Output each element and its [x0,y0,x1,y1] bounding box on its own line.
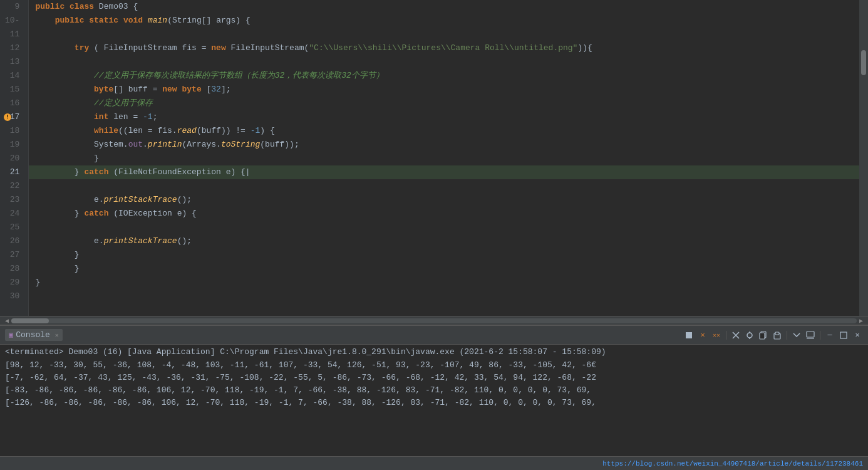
line-num-19: 19 [5,138,23,152]
console-tab-label: Console [16,330,50,340]
line-num-12: 12 [5,41,23,55]
scroll-right-btn[interactable]: ▶ [857,317,865,325]
console-tab-icon: ▣ [9,330,13,340]
line-num-14: 14 [5,69,23,83]
code-line-11 [29,28,868,41]
line-num-24: 24 [5,207,23,221]
line-num-21: 21 [5,165,23,179]
display-options-button[interactable] [805,330,816,341]
code-line-13 [29,55,868,69]
line-num-28: 28 [5,262,23,276]
code-line-17: int len = -1; [29,110,868,124]
close-console-button[interactable]: ✕ [852,330,863,341]
separator-1 [726,331,726,340]
console-content: <terminated> Demo03 (16) [Java Applicati… [0,345,868,456]
console-header: ▣ Console ✕ ✕ ✕✕ [0,326,868,345]
console-panel: ▣ Console ✕ ✕ ✕✕ [0,325,868,456]
line-num-9: 9 [5,0,23,14]
console-output-line-1: [98, 12, -33, 30, 55, -36, 108, -4, -48,… [5,359,863,372]
code-line-29: } [29,276,868,290]
line-num-22: 22 [5,179,23,193]
line-num-30: 30 [5,290,23,303]
pin-view-button[interactable] [744,330,755,341]
console-toolbar: ✕ ✕✕ [683,330,863,341]
vertical-scrollbar[interactable] [859,0,868,316]
console-output-line-4: [-126, -86, -86, -86, -86, -86, 106, 12,… [5,397,863,409]
svg-rect-5 [760,333,765,339]
svg-rect-10 [840,332,847,338]
paste-button[interactable] [772,330,783,341]
line-numbers: 9 10- 11 12 13 14 15 16 ! 17 18 19 20 21… [0,0,29,316]
svg-rect-8 [807,332,814,337]
console-tab[interactable]: ▣ Console ✕ [5,329,63,341]
separator-2 [787,331,787,340]
code-line-20: } [29,152,868,165]
status-bar: https://blog.csdn.net/weixin_44907418/ar… [0,456,868,470]
copy-button[interactable] [758,330,769,341]
console-close-icon[interactable]: ✕ [55,332,59,339]
line-num-23: 23 [5,193,23,207]
line-num-17: ! 17 [5,110,23,124]
svg-rect-0 [686,332,692,338]
code-line-12: try ( FileInputStream fis = new FileInpu… [29,41,868,55]
maximize-button[interactable] [838,330,849,341]
code-line-18: while((len = fis.read(buff)) != -1) { [29,124,868,138]
editor-area: 9 10- 11 12 13 14 15 16 ! 17 18 19 20 21… [0,0,868,316]
line-num-15: 15 [5,83,23,97]
code-line-15: byte[] buff = new byte [32]; [29,83,868,97]
line-num-11: 11 [5,28,23,41]
h-scrollbar-track[interactable] [11,318,857,323]
scroll-left-btn[interactable]: ◀ [3,317,11,325]
code-line-30 [29,290,868,303]
minimize-button[interactable]: — [824,330,835,341]
code-line-21: } catch (FileNotFoundException e) {| [29,165,868,179]
code-lines[interactable]: public class Demo03 { public static void… [29,0,868,316]
svg-rect-7 [775,332,779,335]
remove-all-button[interactable] [730,330,741,341]
line-num-29: 29 [5,276,23,290]
line-num-26: 26 [5,234,23,248]
warning-icon: ! [4,113,11,121]
separator-3 [820,331,820,340]
open-console-button[interactable] [791,330,802,341]
code-line-26: e.printStackTrace(); [29,234,868,248]
line-num-10: 10- [5,14,23,28]
stop-button[interactable] [683,330,695,341]
line-num-25: 25 [5,221,23,234]
code-line-23: e.printStackTrace(); [29,193,868,207]
code-line-28: } [29,262,868,276]
terminated-text: <terminated> Demo03 (16) [Java Applicati… [5,347,863,357]
h-scrollbar-thumb[interactable] [11,318,49,323]
code-container: 9 10- 11 12 13 14 15 16 ! 17 18 19 20 21… [0,0,868,316]
line-num-20: 20 [5,152,23,165]
line-num-18: 18 [5,124,23,138]
status-url[interactable]: https://blog.csdn.net/weixin_44907418/ar… [602,460,863,467]
console-output-line-2: [-7, -62, 64, -37, 43, 125, -43, -36, -3… [5,372,863,384]
svg-point-1 [747,333,752,338]
code-line-10: public static void main(String[] args) { [29,14,868,28]
code-line-22 [29,179,868,193]
code-line-9: public class Demo03 { [29,0,868,14]
line-num-13: 13 [5,55,23,69]
line-num-27: 27 [5,248,23,262]
v-scrollbar-thumb[interactable] [861,50,866,75]
code-line-27: } [29,248,868,262]
code-line-16: //定义用于保存 [29,97,868,110]
code-line-14: //定义用于保存每次读取结果的字节数组（长度为32，代表每次读取32个字节） [29,69,868,83]
terminate-button[interactable]: ✕ [697,330,708,341]
terminate-all-button[interactable]: ✕✕ [711,330,722,341]
line-num-16: 16 [5,97,23,110]
editor-horizontal-scrollbar[interactable]: ◀ ▶ [0,316,868,325]
console-output-line-3: [-83, -86, -86, -86, -86, -86, 106, 12, … [5,384,863,397]
code-line-25 [29,221,868,234]
code-line-24: } catch (IOException e) { [29,207,868,221]
code-line-19: System.out.println(Arrays.toString(buff)… [29,138,868,152]
